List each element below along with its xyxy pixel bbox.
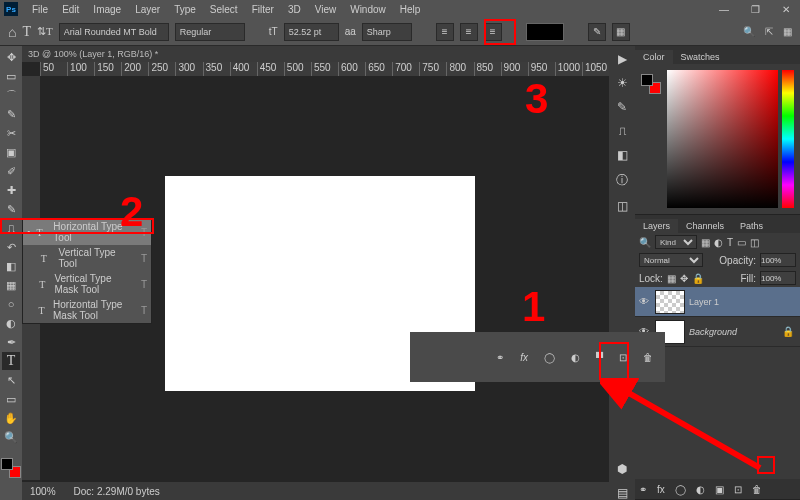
group-icon[interactable]: ▣ <box>715 484 724 495</box>
info-icon[interactable]: ⓘ <box>616 172 628 189</box>
nav-icon[interactable]: ◫ <box>617 199 628 213</box>
workspace-icon[interactable]: ▦ <box>783 26 792 37</box>
adjustment-layer-icon[interactable]: ◐ <box>571 352 580 363</box>
layer-name[interactable]: Background <box>689 327 737 337</box>
marquee-tool[interactable]: ▭ <box>2 67 20 85</box>
filter-smart-icon[interactable]: ◫ <box>750 237 759 248</box>
flyout-horizontal-mask[interactable]: T Horizontal Type Mask Tool T <box>23 297 151 323</box>
lock-pixel-icon[interactable]: 🔒 <box>692 273 704 284</box>
pen-tool[interactable]: ✒ <box>2 333 20 351</box>
text-color-swatch[interactable] <box>526 23 564 41</box>
filter-shape-icon[interactable]: ▭ <box>737 237 746 248</box>
filter-pixel-icon[interactable]: ▦ <box>701 237 710 248</box>
layer-name[interactable]: Layer 1 <box>689 297 719 307</box>
fill-input[interactable] <box>760 271 796 285</box>
stamp-tool[interactable]: ⎍ <box>2 219 20 237</box>
menu-help[interactable]: Help <box>394 4 427 15</box>
font-family-select[interactable] <box>59 23 169 41</box>
brush-panel-icon[interactable]: ✎ <box>617 100 627 114</box>
hue-slider[interactable] <box>782 70 794 208</box>
tab-swatches[interactable]: Swatches <box>673 50 728 64</box>
tab-color[interactable]: Color <box>635 50 673 64</box>
menu-edit[interactable]: Edit <box>56 4 85 15</box>
move-tool[interactable]: ✥ <box>2 48 20 66</box>
warp-text-button[interactable]: ✎ <box>588 23 606 41</box>
adjust-icon[interactable]: ☀ <box>617 76 628 90</box>
menu-filter[interactable]: Filter <box>246 4 280 15</box>
delete-layer-icon[interactable]: 🗑 <box>752 484 762 495</box>
layer-mask-icon[interactable]: ◯ <box>675 484 686 495</box>
crop-tool[interactable]: ✂ <box>2 124 20 142</box>
tab-layers[interactable]: Layers <box>635 219 678 233</box>
zoom-level[interactable]: 100% <box>30 486 56 497</box>
tab-channels[interactable]: Channels <box>678 219 732 233</box>
layer-item[interactable]: 👁 Layer 1 <box>635 287 800 317</box>
lasso-tool[interactable]: ⌒ <box>2 86 20 104</box>
eyedropper-tool[interactable]: ✐ <box>2 162 20 180</box>
type-tool[interactable]: T <box>2 352 20 370</box>
styles-icon[interactable]: ◧ <box>617 148 628 162</box>
filter-type-icon[interactable]: T <box>727 237 733 248</box>
hand-tool[interactable]: ✋ <box>2 409 20 427</box>
link-layers-icon[interactable]: ⚭ <box>496 352 504 363</box>
document-tab[interactable]: 3D @ 100% (Layer 1, RGB/16) * <box>22 46 609 62</box>
flyout-vertical-mask[interactable]: T Vertical Type Mask Tool T <box>23 271 151 297</box>
color-field[interactable] <box>667 70 778 208</box>
history-brush-tool[interactable]: ↶ <box>2 238 20 256</box>
layer-mask-icon[interactable]: ◯ <box>544 352 555 363</box>
clone-panel-icon[interactable]: ⎍ <box>619 124 626 138</box>
eraser-tool[interactable]: ◧ <box>2 257 20 275</box>
path-tool[interactable]: ↖ <box>2 371 20 389</box>
font-size-input[interactable] <box>284 23 339 41</box>
orientation-icon[interactable]: ⇅T <box>37 25 53 38</box>
new-layer-icon[interactable]: ⊡ <box>619 352 627 363</box>
menu-image[interactable]: Image <box>87 4 127 15</box>
layer-filter-select[interactable]: Kind <box>655 235 697 249</box>
menu-type[interactable]: Type <box>168 4 202 15</box>
dodge-tool[interactable]: ◐ <box>2 314 20 332</box>
antialias-select[interactable] <box>362 23 412 41</box>
close-button[interactable]: ✕ <box>776 4 796 15</box>
new-layer-icon[interactable]: ⊡ <box>734 484 742 495</box>
adjustment-layer-icon[interactable]: ◐ <box>696 484 705 495</box>
filter-adjust-icon[interactable]: ◐ <box>714 237 723 248</box>
menu-window[interactable]: Window <box>344 4 392 15</box>
quick-select-tool[interactable]: ✎ <box>2 105 20 123</box>
share-icon[interactable]: ⇱ <box>765 26 773 37</box>
opacity-input[interactable] <box>760 253 796 267</box>
group-icon[interactable]: ▀ <box>596 352 603 363</box>
blend-mode-select[interactable]: Normal <box>639 253 703 267</box>
play-icon[interactable]: ▶ <box>618 52 627 66</box>
minimize-button[interactable]: — <box>713 4 735 15</box>
gradient-tool[interactable]: ▦ <box>2 276 20 294</box>
lock-all-icon[interactable]: ▦ <box>667 273 676 284</box>
menu-3d[interactable]: 3D <box>282 4 307 15</box>
layer-fx-icon[interactable]: fx <box>657 484 665 495</box>
align-left-button[interactable]: ≡ <box>436 23 454 41</box>
tab-paths[interactable]: Paths <box>732 219 771 233</box>
frame-tool[interactable]: ▣ <box>2 143 20 161</box>
color-fgbg[interactable] <box>641 74 661 94</box>
menu-view[interactable]: View <box>309 4 343 15</box>
link-layers-icon[interactable]: ⚭ <box>639 484 647 495</box>
menu-select[interactable]: Select <box>204 4 244 15</box>
character-panel-button[interactable]: ▦ <box>612 23 630 41</box>
menu-layer[interactable]: Layer <box>129 4 166 15</box>
blur-tool[interactable]: ○ <box>2 295 20 313</box>
flyout-vertical-type[interactable]: T Vertical Type Tool T <box>23 245 151 271</box>
color-swatches[interactable] <box>1 458 21 478</box>
delete-layer-icon[interactable]: 🗑 <box>643 352 653 363</box>
search-icon[interactable]: 🔍 <box>743 26 755 37</box>
layer-thumb[interactable] <box>655 290 685 314</box>
zoom-tool[interactable]: 🔍 <box>2 428 20 446</box>
properties-icon[interactable]: ▤ <box>617 486 628 500</box>
font-style-select[interactable] <box>175 23 245 41</box>
rectangle-tool[interactable]: ▭ <box>2 390 20 408</box>
align-center-button[interactable]: ≡ <box>460 23 478 41</box>
layer-fx-icon[interactable]: fx <box>520 352 528 363</box>
tool-preset-icon[interactable]: T <box>22 24 31 40</box>
lock-pos-icon[interactable]: ✥ <box>680 273 688 284</box>
menu-file[interactable]: File <box>26 4 54 15</box>
brush-tool[interactable]: ✎ <box>2 200 20 218</box>
home-icon[interactable]: ⌂ <box>8 24 16 40</box>
